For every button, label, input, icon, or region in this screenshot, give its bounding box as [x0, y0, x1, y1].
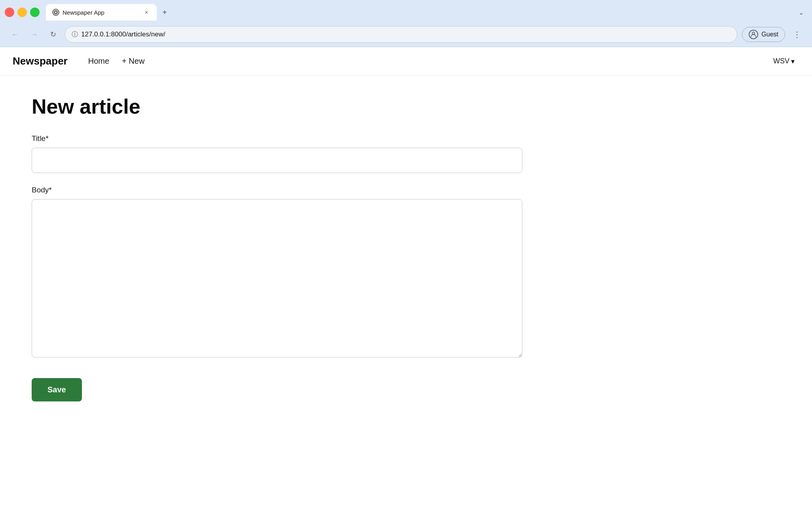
body-form-group: Body* [32, 186, 780, 359]
new-tab-button[interactable]: + [158, 6, 171, 19]
nav-links: Home + New [83, 53, 768, 69]
reload-button[interactable]: ↻ [46, 27, 60, 42]
browser-chrome: Newspaper App × + ⌄ ← → ↻ ⓘ 127.0.0.1:80… [0, 0, 812, 47]
wsv-dropdown-icon: ▾ [791, 57, 795, 66]
body-label: Body* [32, 186, 780, 194]
main-content: New article Title* Body* Save [0, 76, 812, 420]
profile-button[interactable]: Guest [742, 27, 785, 42]
tab-favicon [52, 9, 59, 16]
save-button[interactable]: Save [32, 378, 82, 401]
title-form-group: Title* [32, 134, 780, 173]
tab-title: Newspaper App [63, 9, 139, 16]
body-textarea[interactable] [32, 199, 522, 357]
address-bar[interactable]: ⓘ 127.0.0.1:8000/articles/new/ [65, 26, 737, 43]
close-tab-button[interactable]: × [142, 8, 150, 16]
active-tab[interactable]: Newspaper App × [46, 4, 157, 21]
profile-label: Guest [761, 31, 778, 38]
wsv-button[interactable]: WSV ▾ [768, 54, 799, 69]
maximize-window-button[interactable] [30, 8, 40, 17]
more-options-button[interactable]: ⋮ [790, 27, 804, 42]
profile-icon [749, 30, 758, 39]
title-label: Title* [32, 134, 780, 143]
app-navbar: Newspaper Home + New WSV ▾ [0, 47, 812, 76]
tab-dropdown-button[interactable]: ⌄ [795, 6, 807, 19]
close-window-button[interactable] [5, 8, 14, 17]
page-wrapper: Newspaper Home + New WSV ▾ New article T… [0, 47, 812, 521]
nav-right: WSV ▾ [768, 54, 799, 69]
tab-bar: Newspaper App × + ⌄ [5, 4, 807, 21]
new-article-form: Title* Body* Save [32, 134, 780, 401]
window-controls [5, 8, 40, 17]
back-button[interactable]: ← [8, 27, 22, 42]
address-bar-icon: ⓘ [72, 30, 78, 39]
address-bar-row: ← → ↻ ⓘ 127.0.0.1:8000/articles/new/ Gue… [5, 24, 807, 47]
wsv-label: WSV [773, 57, 789, 65]
svg-point-2 [752, 32, 755, 34]
page-heading: New article [32, 95, 780, 118]
new-nav-link[interactable]: + New [117, 53, 149, 69]
app-brand: Newspaper [13, 55, 68, 67]
address-text: 127.0.0.1:8000/articles/new/ [81, 30, 730, 38]
home-nav-link[interactable]: Home [83, 53, 114, 69]
title-input[interactable] [32, 148, 522, 173]
svg-point-1 [55, 11, 57, 13]
forward-button[interactable]: → [27, 27, 41, 42]
minimize-window-button[interactable] [17, 8, 27, 17]
